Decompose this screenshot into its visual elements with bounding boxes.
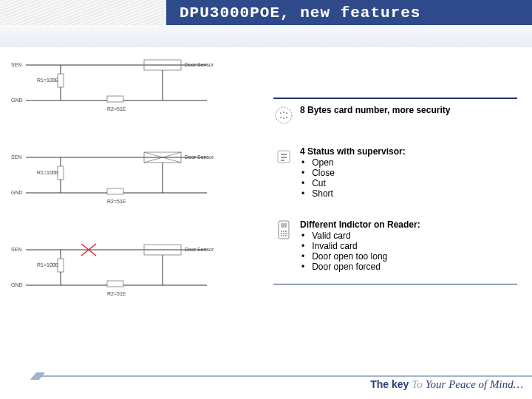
svg-point-36	[283, 117, 284, 119]
list-item: Short	[301, 188, 517, 199]
svg-point-45	[283, 231, 284, 232]
svg-point-35	[280, 117, 282, 118]
svg-point-50	[281, 235, 282, 236]
feature-item: 4 Status with supervisor: Open Close Cut…	[273, 146, 517, 199]
svg-point-32	[280, 112, 282, 114]
svg-point-33	[283, 112, 284, 113]
supervisor-icon	[273, 146, 294, 167]
svg-point-52	[285, 235, 287, 236]
list-item: Valid card	[301, 231, 517, 241]
svg-point-51	[283, 235, 284, 236]
svg-point-46	[285, 231, 287, 232]
label-r2-2: R2=51E	[107, 199, 126, 204]
feature-item: Different Indictor on Reader: Valid card…	[273, 219, 517, 272]
label-doorsensor-2: Door Sensor	[185, 154, 214, 160]
list-item: Door open too long	[301, 251, 517, 262]
tagline-to: To	[412, 378, 422, 390]
svg-rect-40	[281, 157, 287, 158]
svg-rect-39	[281, 154, 287, 155]
svg-rect-28	[107, 281, 123, 287]
feature-body: 8 Bytes card number, more security	[300, 105, 517, 116]
svg-point-34	[286, 112, 287, 114]
svg-point-44	[281, 231, 282, 232]
feature-sublist: Open Close Cut Short	[300, 157, 517, 199]
label-r1-2: R1=100E	[37, 170, 59, 175]
feature-body: Different Indictor on Reader: Valid card…	[300, 219, 517, 272]
content-divider-bottom	[273, 284, 517, 284]
header-title-bg: DPU3000POE, new features	[166, 0, 532, 25]
label-sen: SEN	[11, 62, 21, 67]
svg-rect-41	[281, 160, 284, 161]
wiring-diagram: SEN R1=100E Door Sensor R2=51E GND SEN R…	[7, 58, 259, 338]
feature-title: Different Indictor on Reader:	[300, 219, 517, 230]
label-r1: R1=100E	[37, 78, 59, 83]
feature-body: 4 Status with supervisor: Open Close Cut…	[300, 146, 517, 199]
tagline: The key To Your Peace of Mind…	[370, 378, 523, 391]
tagline-rest: Your Peace of Mind…	[426, 378, 523, 390]
svg-point-37	[286, 117, 287, 118]
label-gnd-3: GND	[11, 282, 23, 287]
content-divider-top	[273, 98, 517, 99]
svg-point-47	[281, 233, 282, 234]
list-item: Door open forced	[301, 262, 517, 272]
header-bar: DPU3000POE, new features	[0, 0, 532, 25]
list-item: Open	[301, 157, 517, 168]
feature-list: 8 Bytes card number, more security 4 Sta…	[273, 98, 517, 284]
label-doorsensor-3: Door Sensor	[185, 247, 214, 252]
label-r1-3: R1=100E	[37, 262, 59, 267]
subheader-band	[0, 25, 532, 47]
label-sen-2: SEN	[11, 154, 21, 160]
feature-sublist: Valid card Invalid card Door open too lo…	[300, 231, 517, 272]
footer: The key To Your Peace of Mind…	[0, 375, 532, 396]
svg-point-49	[285, 233, 287, 234]
list-item: Invalid card	[301, 241, 517, 251]
list-item: Cut	[301, 178, 517, 188]
label-r2-3: R2=51E	[107, 291, 126, 296]
svg-point-48	[283, 233, 284, 234]
label-doorsensor: Door Sensor	[185, 62, 214, 67]
tagline-key: The key	[370, 378, 409, 390]
label-gnd-2: GND	[11, 190, 23, 195]
card-icon	[273, 105, 294, 126]
svg-rect-6	[107, 96, 123, 102]
svg-rect-17	[107, 188, 123, 194]
label-sen-3: SEN	[11, 247, 21, 252]
header-decoration	[0, 0, 170, 25]
footer-line	[41, 375, 532, 377]
reader-icon	[273, 219, 294, 240]
label-gnd: GND	[11, 98, 23, 103]
label-r2: R2=51E	[107, 106, 126, 112]
feature-item: 8 Bytes card number, more security	[273, 105, 517, 126]
list-item: Close	[301, 168, 517, 178]
svg-point-31	[276, 107, 292, 123]
feature-title: 8 Bytes card number, more security	[300, 105, 517, 115]
slide-title: DPU3000POE, new features	[180, 4, 420, 21]
feature-title: 4 Status with supervisor:	[300, 146, 517, 157]
svg-rect-43	[281, 223, 287, 228]
